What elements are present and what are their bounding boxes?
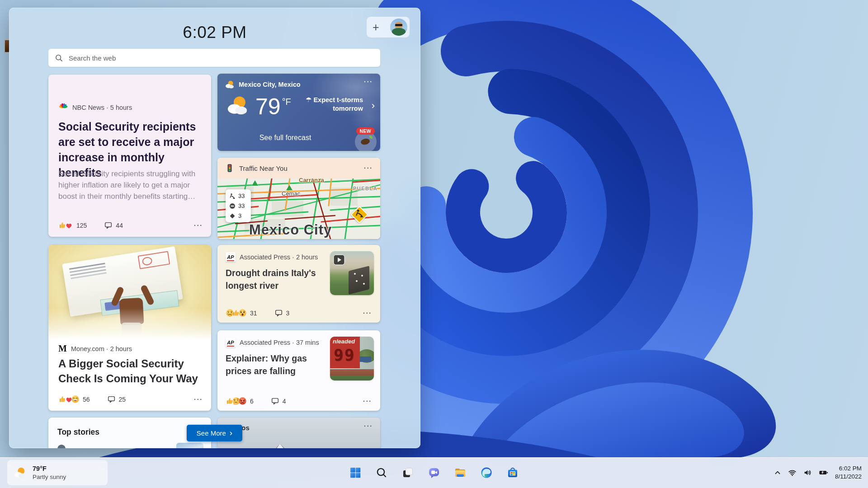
comment-icon xyxy=(107,395,116,404)
file-explorer-button[interactable] xyxy=(451,463,470,482)
comments-button[interactable]: 25 xyxy=(107,395,126,404)
see-full-forecast-link[interactable]: See full forecast xyxy=(217,134,353,142)
task-view-button[interactable] xyxy=(398,463,417,482)
see-more-button[interactable]: See More › xyxy=(187,425,242,441)
incident-icon xyxy=(229,213,236,219)
heart-emoji[interactable] xyxy=(65,221,73,230)
angry-emoji[interactable] xyxy=(238,397,247,405)
taskbar-weather-condition: Partly sunny xyxy=(33,473,66,481)
leaf-icon xyxy=(369,136,373,139)
news-card-gas[interactable]: AP Associated Press · 37 mins Explainer:… xyxy=(217,330,380,411)
umbrella-icon: ☂ xyxy=(306,96,311,103)
laugh-emoji[interactable] xyxy=(71,395,80,404)
windows-start-icon xyxy=(349,466,362,479)
new-badge: NEW xyxy=(356,127,375,135)
comment-count: 25 xyxy=(119,396,126,403)
comment-count: 4 xyxy=(283,398,286,405)
weather-card[interactable]: Mexico City, Mexico ··· 79 °F ☂Expect t-… xyxy=(217,74,380,151)
task-view-icon xyxy=(401,466,414,479)
comments-button[interactable]: 3 xyxy=(274,309,290,317)
surprised-emoji[interactable] xyxy=(238,309,247,317)
chat-button[interactable] xyxy=(425,463,443,482)
card-more-button[interactable]: ··· xyxy=(363,310,372,316)
volume-icon[interactable] xyxy=(803,469,812,476)
battery-charging-icon[interactable] xyxy=(819,469,828,476)
source-line: NBC News · 5 hours xyxy=(72,104,132,111)
chevron-up-icon[interactable] xyxy=(774,469,781,476)
wifi-icon[interactable] xyxy=(788,469,797,476)
temperature-value: 79 xyxy=(255,94,281,120)
search-input[interactable] xyxy=(68,54,374,62)
reaction-count: 6 xyxy=(250,398,254,405)
traffic-card-title: Traffic Near You xyxy=(239,164,288,172)
card-more-button[interactable]: ··· xyxy=(364,79,373,85)
source-line: Associated Press · 37 mins xyxy=(240,339,319,346)
ap-logo: AP xyxy=(226,252,236,262)
news-card-money[interactable]: M Money.com · 2 hours A Bigger Social Se… xyxy=(48,245,211,411)
article-image xyxy=(48,245,211,340)
map-marker-icon xyxy=(286,185,292,190)
road-closure-icon xyxy=(229,203,236,209)
comments-button[interactable]: 4 xyxy=(271,397,286,405)
article-title: Explainer: Why gas prices are falling xyxy=(226,352,318,377)
microsoft-store-button[interactable] xyxy=(503,463,522,482)
widgets-panel: 6:02 PM + NBC News · 5 hours Social Secu… xyxy=(9,8,420,448)
money-logo: M xyxy=(58,343,67,354)
story-avatar xyxy=(57,445,66,448)
reaction-count: 125 xyxy=(76,222,87,229)
map-label-mexico-city: Mexico City xyxy=(249,222,332,238)
edge-browser-button[interactable] xyxy=(477,463,496,482)
search-taskbar-button[interactable] xyxy=(372,463,391,482)
taskbar-time: 6:02 PM xyxy=(835,465,862,473)
search-icon xyxy=(375,466,388,479)
chat-icon xyxy=(428,466,440,479)
file-explorer-icon xyxy=(454,466,467,479)
story-thumbnail xyxy=(176,443,203,448)
web-search-bar[interactable] xyxy=(48,49,380,67)
comment-count: 3 xyxy=(286,310,290,317)
widgets-taskbar-button[interactable]: 79°F Partly sunny xyxy=(7,460,108,485)
closure-count: 33 xyxy=(238,202,245,209)
map-label-carranza: Carranza xyxy=(299,177,324,183)
temperature-unit: °F xyxy=(282,97,291,107)
card-more-button[interactable]: ··· xyxy=(194,222,203,229)
card-more-button[interactable]: ··· xyxy=(363,398,372,404)
traffic-card[interactable]: Traffic Near You ··· xyxy=(217,158,380,239)
search-icon xyxy=(55,54,63,62)
comment-icon xyxy=(104,221,113,230)
sun-behind-cloud-icon xyxy=(13,466,27,479)
construction-count: 33 xyxy=(238,192,245,199)
profile-pill: + xyxy=(367,17,410,38)
store-icon xyxy=(506,466,519,479)
news-card-nbc[interactable]: NBC News · 5 hours Social Security recip… xyxy=(48,75,211,237)
taskbar-clock[interactable]: 6:02 PM 8/11/2022 xyxy=(835,465,862,481)
start-button[interactable] xyxy=(346,463,365,482)
user-avatar[interactable] xyxy=(390,19,407,36)
card-more-button[interactable]: ··· xyxy=(194,396,203,403)
partly-cloudy-icon xyxy=(225,94,250,117)
sign-price: 99 xyxy=(334,346,355,364)
card-more-button[interactable]: ··· xyxy=(364,165,373,171)
construction-icon xyxy=(229,193,236,199)
article-thumbnail[interactable]: nleaded 99 xyxy=(330,337,374,380)
card-more-button[interactable]: ··· xyxy=(364,423,373,429)
comments-button[interactable]: 44 xyxy=(104,221,123,230)
ap-logo: AP xyxy=(226,338,236,347)
article-title: Drought drains Italy's longest river xyxy=(226,267,318,292)
map-marker-icon xyxy=(252,180,258,186)
traffic-map[interactable]: Carranza Cemac PUEBLA Mexico City 33 33 … xyxy=(217,178,380,239)
source-line: Associated Press · 2 hours xyxy=(240,253,318,261)
taskbar: 79°F Partly sunny xyxy=(0,457,868,488)
traffic-light-icon xyxy=(225,163,235,173)
play-button-icon[interactable] xyxy=(333,254,345,265)
news-card-drought[interactable]: AP Associated Press · 2 hours Drought dr… xyxy=(217,245,380,323)
comment-count: 44 xyxy=(116,222,123,229)
avatar-sunglasses xyxy=(395,24,402,26)
reaction-count: 31 xyxy=(250,310,257,317)
chevron-right-icon[interactable]: › xyxy=(372,100,375,112)
chevron-right-icon: › xyxy=(230,428,232,437)
sun-behind-cloud-icon xyxy=(225,80,235,89)
map-label-cemac: Cemac xyxy=(282,190,300,197)
video-thumbnail[interactable] xyxy=(330,251,374,295)
add-widget-button[interactable]: + xyxy=(373,22,379,33)
